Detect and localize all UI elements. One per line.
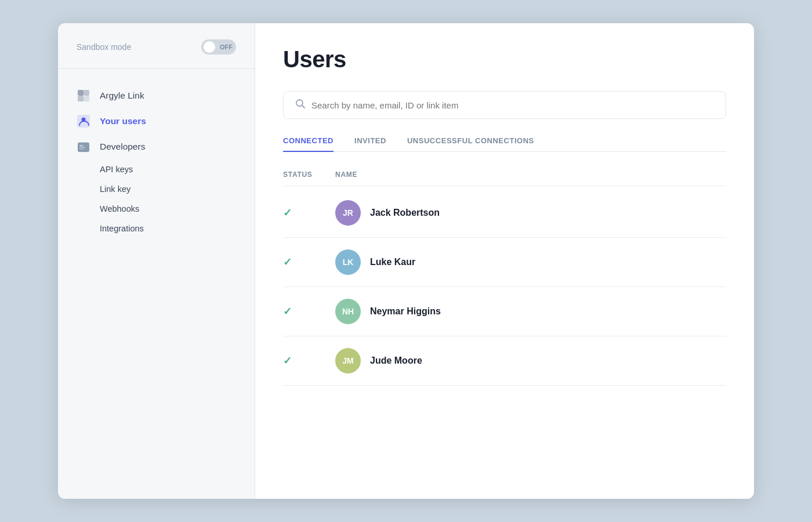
tab-unsuccessful[interactable]: UNSUCCESSFUL CONNECTIONS bbox=[407, 130, 534, 152]
sidebar: Sandbox mode OFF Argyle Link bbox=[58, 23, 255, 499]
check-icon-jm: ✓ bbox=[283, 354, 292, 367]
row-name-jm: JM Jude Moore bbox=[335, 348, 726, 374]
table-header-divider bbox=[283, 186, 726, 186]
row-status-jm: ✓ bbox=[283, 354, 335, 367]
svg-rect-1 bbox=[84, 90, 89, 96]
row-name-lk: LK Luke Kaur bbox=[335, 249, 726, 275]
avatar-jm: JM bbox=[335, 348, 361, 374]
your-users-icon bbox=[77, 114, 90, 128]
table-row[interactable]: ✓ JR Jack Robertson bbox=[255, 188, 754, 237]
avatar-lk: LK bbox=[335, 249, 361, 275]
sidebar-subitem-integrations[interactable]: Integrations bbox=[58, 219, 255, 238]
check-icon-lk: ✓ bbox=[283, 256, 292, 269]
svg-rect-3 bbox=[84, 96, 89, 102]
search-bar[interactable] bbox=[283, 91, 726, 119]
svg-rect-8 bbox=[79, 145, 83, 146]
row-name-nh: NH Neymar Higgins bbox=[335, 299, 726, 324]
sidebar-item-argyle-link[interactable]: Argyle Link bbox=[58, 83, 255, 108]
tabs-bar: CONNECTED INVITED UNSUCCESSFUL CONNECTIO… bbox=[283, 130, 726, 152]
argyle-link-icon bbox=[77, 89, 90, 103]
check-icon-jr: ✓ bbox=[283, 206, 292, 219]
check-icon-nh: ✓ bbox=[283, 305, 292, 318]
tab-invited[interactable]: INVITED bbox=[354, 130, 386, 152]
col-header-name: NAME bbox=[335, 171, 726, 179]
svg-rect-2 bbox=[78, 96, 84, 102]
table-row[interactable]: ✓ LK Luke Kaur bbox=[255, 238, 754, 287]
search-input[interactable] bbox=[311, 100, 714, 110]
sidebar-subitem-label-api-keys: API keys bbox=[100, 165, 133, 174]
sandbox-label: Sandbox mode bbox=[77, 42, 131, 52]
col-header-status: STATUS bbox=[283, 171, 335, 179]
sidebar-subitem-api-keys[interactable]: API keys bbox=[58, 160, 255, 179]
sidebar-item-developers[interactable]: Developers bbox=[58, 134, 255, 160]
table-header: STATUS NAME bbox=[255, 166, 754, 183]
sidebar-subitem-label-link-key: Link key bbox=[100, 184, 130, 194]
row-divider-4 bbox=[283, 385, 726, 386]
developers-icon bbox=[77, 140, 90, 154]
sidebar-item-label-your-users: Your users bbox=[100, 116, 146, 126]
sidebar-item-label-argyle-link: Argyle Link bbox=[100, 90, 144, 101]
sidebar-item-label-developers: Developers bbox=[100, 142, 145, 152]
row-status-nh: ✓ bbox=[283, 305, 335, 318]
tab-connected[interactable]: CONNECTED bbox=[283, 130, 334, 152]
sidebar-subitem-label-webhooks: Webhooks bbox=[100, 204, 139, 213]
avatar-jr: JR bbox=[335, 200, 361, 226]
page-title: Users bbox=[283, 46, 726, 72]
svg-line-12 bbox=[302, 106, 305, 108]
row-status-lk: ✓ bbox=[283, 256, 335, 269]
avatar-nh: NH bbox=[335, 299, 361, 324]
sidebar-subitem-link-key[interactable]: Link key bbox=[58, 179, 255, 199]
sidebar-subitem-label-integrations: Integrations bbox=[100, 224, 144, 233]
nav-section: Argyle Link Your users bbox=[58, 69, 255, 499]
search-icon bbox=[295, 99, 306, 111]
svg-rect-0 bbox=[78, 90, 84, 96]
user-name-jr: Jack Robertson bbox=[370, 208, 440, 218]
sidebar-subitem-webhooks[interactable]: Webhooks bbox=[58, 199, 255, 219]
user-name-lk: Luke Kaur bbox=[370, 257, 415, 267]
table-row[interactable]: ✓ JM Jude Moore bbox=[255, 336, 754, 385]
table-row[interactable]: ✓ NH Neymar Higgins bbox=[255, 287, 754, 336]
app-container: Sandbox mode OFF Argyle Link bbox=[58, 23, 754, 499]
toggle-state-label: OFF bbox=[220, 44, 233, 50]
users-table: STATUS NAME ✓ JR Jack Robertson ✓ bbox=[255, 166, 754, 499]
sandbox-toggle-row: Sandbox mode OFF bbox=[58, 23, 255, 69]
svg-rect-9 bbox=[79, 147, 85, 148]
main-content: Users CONNECTED INVITED UNSUCCESSFUL CON… bbox=[255, 23, 754, 499]
sidebar-item-your-users[interactable]: Your users bbox=[58, 108, 255, 134]
row-name-jr: JR Jack Robertson bbox=[335, 200, 726, 226]
sandbox-toggle-switch[interactable]: OFF bbox=[201, 39, 236, 55]
svg-rect-10 bbox=[79, 148, 84, 150]
toggle-knob bbox=[204, 41, 215, 53]
user-name-nh: Neymar Higgins bbox=[370, 306, 441, 317]
page-header: Users bbox=[255, 23, 754, 84]
row-status-jr: ✓ bbox=[283, 206, 335, 219]
user-name-jm: Jude Moore bbox=[370, 356, 422, 366]
